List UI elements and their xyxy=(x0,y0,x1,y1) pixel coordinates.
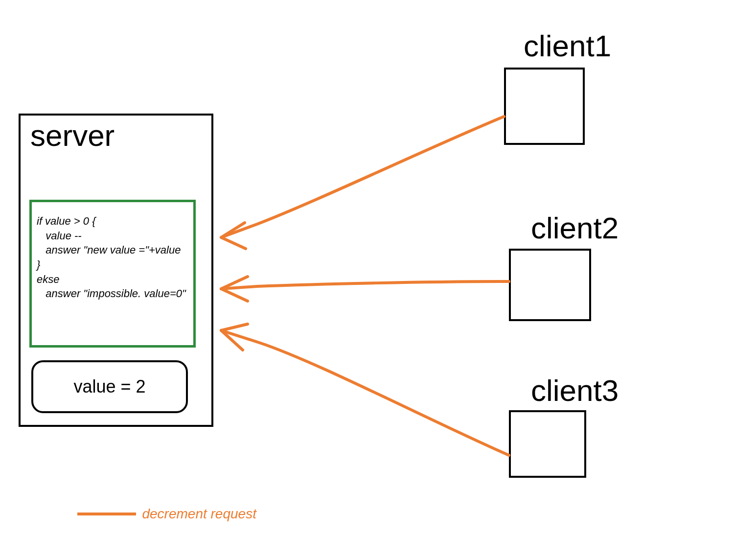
client1-box xyxy=(504,68,585,145)
server-value-box: value = 2 xyxy=(31,360,188,413)
client2-label: client2 xyxy=(531,210,619,245)
client2-box xyxy=(509,249,591,321)
client1-label: client1 xyxy=(524,28,611,63)
server-title: server xyxy=(30,118,115,153)
legend-line-icon xyxy=(77,513,136,515)
server-code-box: if value > 0 { value -- answer "new valu… xyxy=(29,200,196,348)
server-box: server if value > 0 { value -- answer "n… xyxy=(19,114,213,427)
legend-text: decrement request xyxy=(142,506,256,521)
client3-box xyxy=(509,410,586,478)
legend: decrement request xyxy=(77,506,256,522)
client3-label: client3 xyxy=(531,373,619,408)
server-value-text: value = 2 xyxy=(73,376,145,397)
